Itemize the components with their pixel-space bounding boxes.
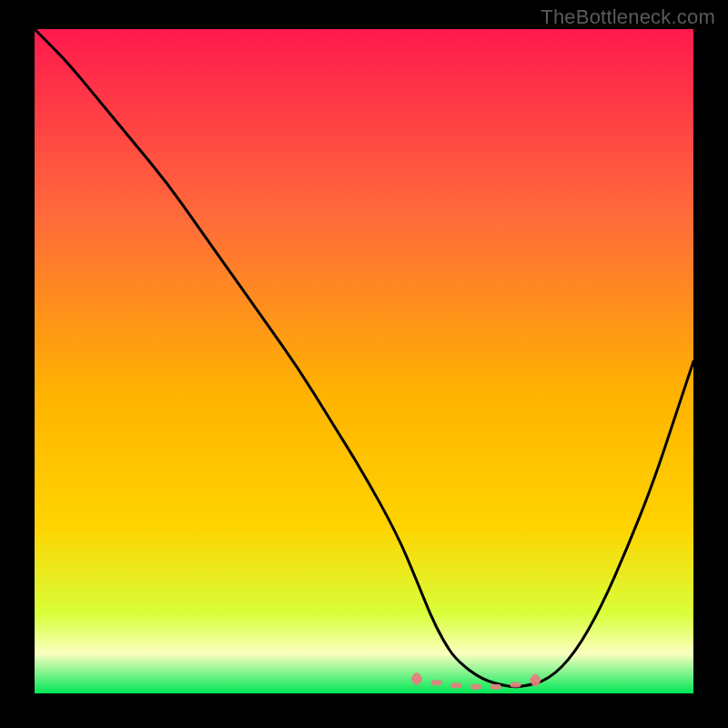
chart-svg [0,0,728,728]
watermark-text: TheBottleneck.com [541,5,715,29]
chart-stage: TheBottleneck.com [0,0,728,728]
optimal-marker [511,682,521,688]
optimal-marker-end [412,672,421,685]
optimal-marker [490,684,501,690]
optimal-marker [470,684,481,690]
optimal-marker-end [531,673,540,686]
optimal-marker [431,680,442,685]
optimal-marker [450,682,461,688]
plot-area-gradient [35,29,693,693]
